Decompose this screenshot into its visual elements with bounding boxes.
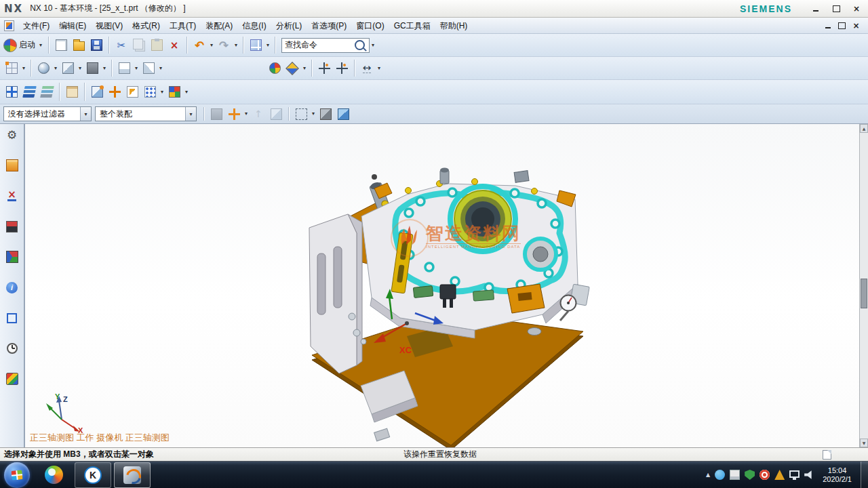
point-dialog-dropdown[interactable]: ▾: [301, 60, 308, 77]
child-close-button[interactable]: ×: [850, 20, 863, 30]
child-minimize-button[interactable]: [821, 20, 834, 30]
highlight-button[interactable]: [208, 105, 224, 123]
previous-selection-button[interactable]: [268, 105, 284, 123]
pattern-dropdown[interactable]: ▾: [159, 83, 165, 101]
pattern-component-button[interactable]: [142, 83, 158, 101]
taskbar-clock[interactable]: 15:04 2020/2/1: [818, 466, 856, 484]
sidebar-item-layers[interactable]: [5, 250, 19, 264]
selection-filter-dropdown[interactable]: 没有选择过滤器 ▾: [3, 106, 92, 121]
solid-body-button[interactable]: [335, 105, 351, 123]
cad-model[interactable]: XC: [25, 124, 859, 447]
menu-item-assemblies[interactable]: 装配(A): [201, 18, 237, 33]
undo-button[interactable]: ↶: [191, 37, 208, 54]
sidebar-item-history[interactable]: [5, 342, 19, 355]
add-component-button[interactable]: [89, 83, 105, 101]
selection-scope-dropdown[interactable]: 整个装配 ▾: [95, 106, 197, 121]
inside-plus-dropdown[interactable]: ▾: [243, 105, 250, 123]
sidebar-item-object-display[interactable]: [5, 220, 19, 233]
taskbar-nx-button[interactable]: [114, 462, 151, 488]
show-desktop-button[interactable]: [861, 462, 868, 488]
view-operation-dropdown[interactable]: ▾: [157, 60, 164, 77]
menu-item-view[interactable]: 视图(V): [91, 18, 127, 33]
render-style-button[interactable]: [35, 60, 52, 77]
move-up-level-button[interactable]: ↑: [250, 105, 267, 123]
taskbar-k-app-button[interactable]: K: [75, 462, 111, 488]
search-icon[interactable]: [355, 40, 365, 50]
menu-item-format[interactable]: 格式(R): [127, 18, 165, 33]
view-operation-button[interactable]: [140, 60, 157, 77]
menu-item-information[interactable]: 信息(I): [237, 18, 271, 33]
measure-distance-button[interactable]: ↔: [359, 60, 375, 77]
section-view-dropdown[interactable]: ▾: [133, 60, 140, 77]
redo-button[interactable]: ↷: [216, 37, 232, 54]
knob[interactable]: [372, 174, 377, 180]
undo-dropdown[interactable]: ▾: [208, 37, 215, 54]
start-menu-button[interactable]: 启动 ▾: [3, 37, 44, 54]
tray-icon-security-shield[interactable]: [745, 470, 755, 480]
general-object-button[interactable]: [317, 105, 334, 123]
assembly-navigator-button[interactable]: [3, 83, 20, 101]
scroll-down-arrow[interactable]: ▼: [860, 439, 868, 447]
secondary-bore[interactable]: [525, 239, 556, 270]
menu-item-file[interactable]: 文件(F): [18, 18, 54, 33]
rectangle-select-dropdown[interactable]: ▾: [310, 105, 317, 123]
move-component-button[interactable]: [106, 83, 123, 101]
tray-icon-messenger[interactable]: [715, 470, 725, 480]
network-icon[interactable]: [789, 470, 800, 478]
hidden-icons-chevron[interactable]: ▲: [706, 472, 710, 478]
tray-icon-ime-keyboard[interactable]: [730, 470, 740, 480]
assembly-constraints-button[interactable]: [124, 83, 140, 101]
paste-button[interactable]: [149, 37, 165, 54]
display-mode-dropdown[interactable]: ▾: [77, 60, 83, 77]
menu-item-window[interactable]: 窗口(O): [351, 18, 389, 33]
report-button[interactable]: [64, 83, 80, 101]
search-history-dropdown[interactable]: ▾: [370, 37, 376, 54]
taskbar-browser-button[interactable]: [35, 462, 72, 488]
left-support-plate[interactable]: [309, 214, 362, 373]
measure-dropdown[interactable]: ▾: [376, 60, 382, 77]
section-view-button[interactable]: [116, 60, 132, 77]
gc-toolbox-button[interactable]: [166, 83, 182, 101]
orient-view-button[interactable]: [3, 60, 20, 77]
sidebar-item-preferences[interactable]: ⚙: [5, 128, 19, 142]
render-style-dropdown[interactable]: ▾: [52, 60, 59, 77]
child-restore-button[interactable]: [835, 20, 848, 30]
menu-item-preferences[interactable]: 首选项(P): [307, 18, 351, 33]
close-button[interactable]: ×: [849, 3, 864, 14]
scroll-up-arrow[interactable]: ▲: [860, 124, 868, 133]
delete-button[interactable]: ×: [166, 37, 182, 54]
copy-button[interactable]: [131, 37, 147, 54]
menu-item-analysis[interactable]: 分析(L): [271, 18, 307, 33]
graphics-window[interactable]: XC 智造资料网 INTELLIGENT MANUFACTURING DATA: [24, 124, 868, 447]
pin-cylinder[interactable]: [528, 328, 541, 336]
new-file-button[interactable]: [53, 37, 69, 54]
mid-point-snap-button[interactable]: [334, 60, 350, 77]
menu-item-edit[interactable]: 编辑(E): [54, 18, 91, 33]
background-button[interactable]: [84, 60, 100, 77]
sidebar-item-window[interactable]: [5, 311, 19, 325]
sidebar-item-roles[interactable]: [5, 159, 19, 172]
status-note-icon[interactable]: [823, 450, 831, 460]
cut-button[interactable]: ✂: [113, 37, 130, 54]
display-mode-button[interactable]: [60, 60, 76, 77]
window-layout-button[interactable]: [248, 37, 264, 54]
tray-icon-alert-badge[interactable]: [760, 470, 770, 480]
tray-icon-update[interactable]: [774, 470, 785, 480]
start-button[interactable]: [4, 462, 30, 488]
orient-view-dropdown[interactable]: ▾: [20, 60, 27, 77]
snap-point-button[interactable]: [267, 60, 283, 77]
open-file-button[interactable]: [71, 37, 87, 54]
inside-plus-button[interactable]: [226, 105, 242, 123]
point-dialog-button[interactable]: [284, 60, 300, 77]
end-point-snap-button[interactable]: [316, 60, 332, 77]
background-dropdown[interactable]: ▾: [101, 60, 108, 77]
rectangle-select-button[interactable]: [293, 105, 309, 123]
menu-item-tools[interactable]: 工具(T): [165, 18, 201, 33]
layer-settings-button[interactable]: [21, 83, 37, 101]
gc-toolbox-dropdown[interactable]: ▾: [183, 83, 190, 101]
window-layout-dropdown[interactable]: ▾: [264, 37, 271, 54]
menu-item-help[interactable]: 帮助(H): [435, 18, 473, 33]
menu-item-gc-toolbox[interactable]: GC工具箱: [389, 18, 435, 33]
scrollbar-thumb[interactable]: [861, 279, 867, 308]
sidebar-item-materials[interactable]: [5, 372, 19, 386]
